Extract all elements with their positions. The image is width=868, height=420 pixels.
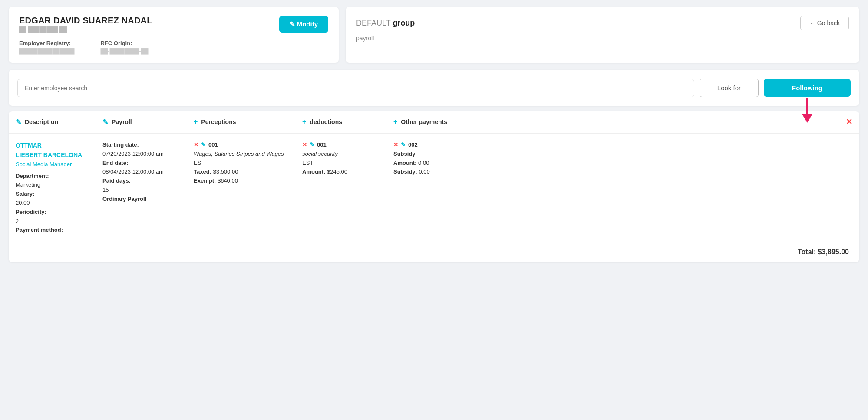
plus-icon-other[interactable]: + — [393, 118, 397, 126]
perception-exempt-label: Exempt: — [194, 177, 216, 184]
plus-icon-perceptions[interactable]: + — [194, 118, 198, 126]
header-perceptions-label: Perceptions — [201, 118, 236, 125]
employee-name: EDGAR DAVID SUAREZ NADAL — [19, 16, 152, 26]
employer-registry-value: ███████████████ — [19, 48, 75, 54]
deduction-desc: social security — [302, 150, 380, 159]
go-back-button[interactable]: ← Go back — [800, 16, 849, 30]
header-payroll-label: Payroll — [112, 118, 132, 125]
header-other-payments-label: Other payments — [401, 118, 447, 125]
deduction-code-value: 001 — [317, 141, 327, 150]
header-description-label: Description — [25, 118, 58, 125]
paid-days-label: Paid days: — [102, 177, 131, 184]
perception-edit-icon[interactable]: ✎ — [201, 141, 206, 150]
periodicity-label: Periodicity: — [16, 209, 46, 215]
employee-first-name[interactable]: OTTMAR — [16, 141, 89, 150]
department-value: Marketing — [16, 181, 40, 188]
following-button[interactable]: Following — [764, 79, 851, 97]
deduction-edit-icon[interactable]: ✎ — [310, 141, 314, 150]
perception-taxed-label: Taxed: — [194, 168, 211, 175]
perception-x-icon[interactable]: ✕ — [194, 141, 198, 150]
close-icon[interactable]: ✕ — [846, 117, 852, 127]
deduction-type: EST — [302, 159, 380, 168]
header-other-payments: + Other payments ✕ — [386, 111, 859, 133]
employee-role[interactable]: Social Media Manager — [16, 161, 72, 167]
payment-method-label: Payment method: — [16, 226, 63, 233]
department-label: Department: — [16, 173, 49, 179]
plus-icon-deductions[interactable]: + — [302, 118, 306, 126]
deduction-amount-label: Amount: — [302, 168, 325, 175]
perception-code-value: 001 — [208, 141, 218, 150]
group-card: DEFAULT group ← Go back payroll — [346, 7, 859, 63]
employee-last-name[interactable]: LIEBERT BARCELONA — [16, 150, 89, 160]
cell-payroll: Starting date: 07/20/2023 12:00:00 am En… — [96, 134, 187, 242]
total-value: $3,895.00 — [818, 248, 849, 256]
group-name: group — [393, 19, 415, 27]
salary-label: Salary: — [16, 190, 34, 197]
other-desc: Subsidy — [393, 150, 852, 159]
header-payroll: ✎ Payroll — [96, 111, 187, 133]
perception-exempt-value: $640.00 — [218, 177, 238, 184]
employer-registry-label: Employer Registry: — [19, 40, 71, 46]
periodicity-value: 2 — [16, 218, 19, 224]
deduction-x-icon[interactable]: ✕ — [302, 141, 307, 150]
group-subtitle: payroll — [356, 35, 849, 42]
cell-perceptions: ✕ ✎ 001 Wages, Salaries Stripes and Wage… — [187, 134, 295, 242]
header-perceptions: + Perceptions — [187, 111, 295, 133]
paid-days-value: 15 — [102, 187, 109, 193]
total-label: Total: — [798, 248, 816, 256]
starting-date-label: Starting date: — [102, 141, 139, 148]
cell-description: OTTMAR LIEBERT BARCELONA Social Media Ma… — [9, 134, 96, 242]
arrow-annotation — [799, 98, 816, 126]
deduction-amount-value: $245.00 — [327, 168, 347, 175]
other-code-value: 002 — [408, 141, 418, 150]
main-table: ✎ Description ✎ Payroll + Perceptions + … — [9, 111, 859, 262]
employer-registry-field: Employer Registry: ███████████████ — [19, 39, 75, 54]
payroll-type: Ordinary Payroll — [102, 196, 146, 202]
rfc-origin-value: ██-████████-██ — [101, 48, 149, 54]
header-deductions: + deductions — [295, 111, 386, 133]
group-prefix: DEFAULT — [356, 19, 390, 27]
edit-icon-payroll: ✎ — [102, 118, 108, 126]
total-row: Total: $3,895.00 — [9, 242, 859, 262]
other-edit-icon[interactable]: ✎ — [401, 141, 406, 150]
other-amount-value: 0.00 — [418, 160, 429, 166]
rfc-origin-label: RFC Origin: — [101, 40, 132, 46]
modify-button[interactable]: ✎ Modify — [279, 16, 329, 33]
header-deductions-label: deductions — [310, 118, 342, 125]
employee-id: ██-████████-██ — [19, 26, 152, 33]
cell-deductions: ✕ ✎ 001 social security EST Amount: $245… — [295, 134, 386, 242]
edit-icon-description: ✎ — [16, 118, 21, 126]
cell-other-payments: ✕ ✎ 002 Subsidy Amount: 0.00 Subsidy: 0.… — [386, 134, 859, 242]
perception-type: ES — [194, 159, 288, 168]
svg-marker-1 — [802, 114, 812, 123]
search-section: Look for Following — [9, 70, 859, 106]
other-subsidy-value: 0.00 — [419, 168, 430, 175]
table-header: ✎ Description ✎ Payroll + Perceptions + … — [9, 111, 859, 133]
other-subsidy-label: Subsidy: — [393, 168, 417, 175]
perception-desc: Wages, Salaries Stripes and Wages — [194, 150, 288, 159]
salary-value: 20.00 — [16, 200, 30, 206]
header-description: ✎ Description — [9, 111, 96, 133]
end-date-value: 08/04/2023 12:00:00 am — [102, 168, 164, 175]
perception-taxed-value: $3,500.00 — [213, 168, 238, 175]
rfc-origin-field: RFC Origin: ██-████████-██ — [101, 39, 149, 54]
table-body: OTTMAR LIEBERT BARCELONA Social Media Ma… — [9, 134, 859, 242]
look-for-button[interactable]: Look for — [700, 79, 759, 97]
employee-card: EDGAR DAVID SUAREZ NADAL ██-████████-██ … — [9, 7, 339, 63]
other-x-icon[interactable]: ✕ — [393, 141, 398, 150]
search-input[interactable] — [17, 79, 694, 97]
end-date-label: End date: — [102, 160, 128, 166]
other-amount-label: Amount: — [393, 160, 416, 166]
starting-date-value: 07/20/2023 12:00:00 am — [102, 151, 164, 157]
group-title: DEFAULT group — [356, 19, 415, 28]
